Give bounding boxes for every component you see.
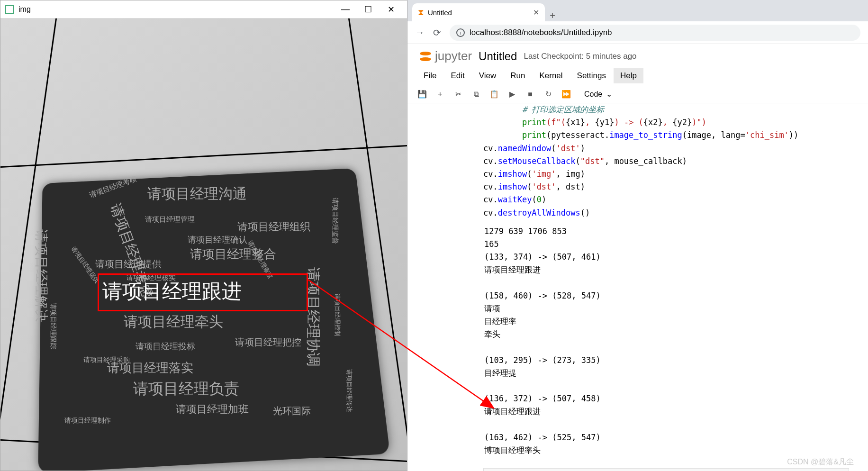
pad-text: 请项目经理监督 <box>331 198 339 244</box>
pad-text: 请项目经理牵头 <box>124 312 223 332</box>
window-title: img <box>18 5 339 14</box>
menu-bar: File Edit View Run Kernel Settings Help <box>407 66 868 85</box>
browser-tab-bar: ⧗ Untitled ✕ + <box>407 0 868 21</box>
hourglass-icon: ⧗ <box>418 8 424 18</box>
pad-text: 请项目经理确认 <box>188 234 247 245</box>
notebook-area[interactable]: # 打印选定区域的坐标 print(f"({x1}, {y1}) -> ({x2… <box>407 103 868 471</box>
paste-button[interactable]: 📋 <box>489 89 499 100</box>
menu-settings[interactable]: Settings <box>570 68 613 83</box>
pad-text: 光环国际 <box>273 405 311 417</box>
browser-window: ⧗ Untitled ✕ + → ⟳ i localhost:8888/note… <box>407 0 868 471</box>
pad-text: 请项目经理传达 <box>345 369 353 412</box>
cell-prompt <box>445 103 483 219</box>
app-icon <box>5 5 14 14</box>
menu-kernel[interactable]: Kernel <box>533 68 569 83</box>
pad-text: 请项目经理控制 <box>333 293 342 336</box>
stop-button[interactable]: ■ <box>525 89 535 100</box>
window-titlebar[interactable]: img — ☐ ✕ <box>0 0 407 18</box>
url-bar: → ⟳ i localhost:8888/notebooks/Untitled.… <box>407 21 868 44</box>
url-text: localhost:8888/notebooks/Untitled.ipynb <box>470 28 612 37</box>
pad-text: 请项目经理把控 <box>235 336 301 349</box>
tab-title: Untitled <box>428 9 529 17</box>
jupyter-header: jupyter Untitled Last Checkpoint: 5 minu… <box>407 44 868 66</box>
jupyter-logo[interactable]: jupyter <box>419 49 472 63</box>
cut-button[interactable]: ✂ <box>453 89 463 100</box>
menu-file[interactable]: File <box>417 68 443 83</box>
pad-text: 请项目经理投标 <box>136 341 195 352</box>
url-input[interactable]: i localhost:8888/notebooks/Untitled.ipyn… <box>450 25 860 41</box>
pad-text: 请项目经理跟踪 <box>49 303 57 349</box>
save-button[interactable]: 💾 <box>417 89 427 100</box>
browser-tab[interactable]: ⧗ Untitled ✕ <box>412 3 545 21</box>
pad-text: 请项目经理负责 <box>133 379 239 399</box>
maximize-button[interactable]: ☐ <box>362 4 375 15</box>
pad-text: 请项目经理组织 <box>237 220 310 234</box>
forward-button[interactable]: → <box>415 27 425 38</box>
site-info-icon[interactable]: i <box>456 28 465 37</box>
code-content[interactable]: # 打印选定区域的坐标 print(f"({x1}, {y1}) -> ({x2… <box>483 103 849 219</box>
run-button[interactable]: ▶ <box>507 89 517 100</box>
output-cell: 1279 639 1706 853 165 (133, 374) -> (507… <box>445 223 849 459</box>
menu-run[interactable]: Run <box>504 68 532 83</box>
minimize-button[interactable]: — <box>339 4 352 15</box>
output-prompt <box>445 223 483 459</box>
new-tab-button[interactable]: + <box>545 10 560 21</box>
opencv-window: img — ☐ ✕ 请项目经理考核请项目经理沟通请项目经理组织请项目经理管理请项… <box>0 0 407 471</box>
pad-text: 请项目经理加班 <box>176 402 249 417</box>
image-display[interactable]: 请项目经理考核请项目经理沟通请项目经理组织请项目经理管理请项目经理提供请项目经理… <box>0 18 407 471</box>
code-content[interactable]: [x for x in dir(cv) if x.startswith('EVE… <box>483 468 849 471</box>
chevron-down-icon: ⌄ <box>606 90 612 99</box>
highlighted-text: 请项目经理跟进 <box>102 278 242 305</box>
menu-view[interactable]: View <box>472 68 503 83</box>
pad-text: 请项目经理落实 <box>107 360 193 376</box>
notebook-title[interactable]: Untitled <box>479 50 517 63</box>
pad-text: 请项目经理沟通 <box>147 184 247 204</box>
fast-forward-button[interactable]: ⏩ <box>561 89 571 100</box>
cell-prompt: [160]: <box>445 468 483 471</box>
watermark: CSDN @碧落&凡尘 <box>787 457 854 467</box>
toolbar: 💾 + ✂ ⧉ 📋 ▶ ■ ↻ ⏩ Code ⌄ <box>407 85 868 103</box>
cell-type-select[interactable]: Code ⌄ <box>579 88 617 100</box>
output-content: 1279 639 1706 853 165 (133, 374) -> (507… <box>483 223 849 459</box>
add-cell-button[interactable]: + <box>435 89 445 100</box>
pad-text: 请项目经理解决 <box>32 229 50 322</box>
menu-help[interactable]: Help <box>614 68 643 83</box>
pad-text: 请项目经理管理 <box>145 215 195 224</box>
code-cell[interactable]: # 打印选定区域的坐标 print(f"({x1}, {y1}) -> ({x2… <box>445 103 849 219</box>
code-cell-next[interactable]: [160]: [x for x in dir(cv) if x.startswi… <box>445 468 849 471</box>
close-button[interactable]: ✕ <box>384 4 398 15</box>
jupyter-icon <box>419 50 432 63</box>
menu-edit[interactable]: Edit <box>444 68 471 83</box>
pad-text: 请项目经理制作 <box>64 417 111 425</box>
reload-button[interactable]: ⟳ <box>433 27 441 38</box>
copy-button[interactable]: ⧉ <box>471 89 481 100</box>
restart-button[interactable]: ↻ <box>543 89 553 100</box>
checkpoint-text: Last Checkpoint: 5 minutes ago <box>524 52 636 61</box>
close-tab-button[interactable]: ✕ <box>533 8 539 17</box>
